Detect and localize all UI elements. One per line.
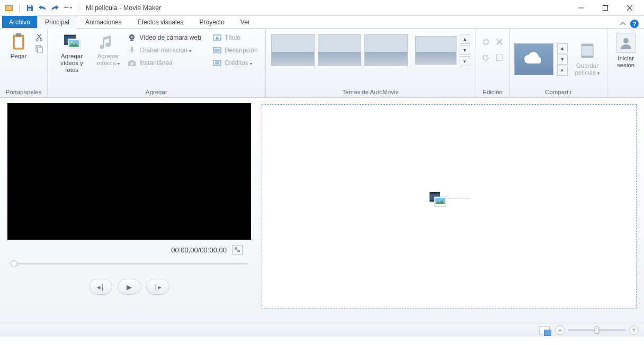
share-onedrive-button[interactable] [514, 43, 553, 75]
svg-rect-43 [582, 56, 593, 58]
theme-thumb-1[interactable] [271, 34, 315, 66]
prev-frame-button[interactable]: ◂∣ [89, 279, 112, 295]
statusbar: − + [0, 323, 644, 337]
add-media-button[interactable]: Agregar vídeos y fotos [52, 31, 92, 76]
snapshot-button: Instantánea [124, 57, 204, 69]
save-movie-icon [578, 42, 596, 60]
share-up-icon[interactable]: ▲ [557, 43, 568, 53]
play-button[interactable]: ▶ [118, 279, 141, 295]
clipboard-icon [10, 33, 28, 51]
separator [78, 3, 78, 13]
film-photo-hint-icon [429, 192, 443, 205]
view-toggle-button[interactable] [539, 326, 550, 334]
window-title: Mi película - Movie Maker [86, 4, 161, 12]
theme-thumb-4[interactable] [415, 36, 457, 65]
maximize-button[interactable] [593, 0, 618, 16]
svg-point-26 [130, 62, 133, 66]
svg-rect-2 [28, 5, 31, 7]
fullscreen-button[interactable] [232, 245, 243, 255]
save-movie-label: Guardar película [575, 62, 600, 77]
delete-icon [494, 35, 505, 49]
group-label-automovie: Temas de AutoMovie [270, 88, 471, 96]
drop-hint[interactable] [429, 192, 469, 205]
svg-point-20 [70, 41, 73, 43]
share-down-icon[interactable]: ▼ [557, 55, 568, 65]
group-label-clipboard: Portapapeles [4, 88, 43, 96]
copy-icon[interactable] [35, 44, 43, 53]
credits-lines-icon [213, 59, 221, 67]
signin-label: Iniciar sesión [617, 55, 634, 69]
share-more-icon[interactable]: ▾ [557, 66, 568, 76]
zoom-slider[interactable] [568, 329, 626, 331]
share-nav: ▲ ▼ ▾ [557, 43, 568, 76]
gallery-more-icon[interactable]: ▾ [460, 56, 470, 66]
help-icon[interactable]: ? [630, 20, 639, 28]
next-icon: ∣▸ [154, 283, 162, 291]
svg-point-44 [623, 38, 629, 43]
title-button: A Título [210, 32, 261, 43]
svg-text:A: A [216, 35, 219, 41]
zoom-thumb[interactable] [595, 326, 600, 334]
ribbon-tabs: Archivo Principal Animaciones Efectos vi… [0, 16, 644, 29]
redo-icon[interactable] [50, 3, 60, 13]
group-label-edit: Edición [480, 88, 505, 96]
add-media-label: Agregar vídeos y fotos [55, 53, 88, 74]
tab-ver[interactable]: Ver [232, 16, 258, 28]
zoom-control: − + [555, 325, 639, 335]
ribbon: Pegar Portapapeles Agregar vídeos y foto… [0, 29, 644, 98]
undo-icon[interactable] [38, 3, 47, 13]
rotate-right-icon [480, 51, 491, 65]
gallery-down-icon[interactable]: ▼ [460, 45, 470, 55]
svg-rect-10 [16, 33, 21, 37]
snapshot-label: Instantánea [139, 59, 173, 67]
collapse-ribbon-icon[interactable] [620, 21, 626, 26]
camera-icon [128, 59, 136, 67]
separator [19, 3, 20, 13]
group-automovie: ▲ ▼ ▾ Temas de AutoMovie [266, 29, 476, 97]
paste-label: Pegar [11, 53, 27, 60]
svg-rect-1 [6, 6, 12, 10]
play-icon: ▶ [127, 283, 132, 291]
svg-rect-42 [582, 44, 593, 46]
credits-button: Créditos [210, 57, 261, 69]
qat-customize-icon[interactable] [63, 3, 73, 13]
save-icon[interactable] [25, 3, 34, 13]
group-signin: Iniciar sesión [607, 29, 644, 97]
signin-button[interactable]: Iniciar sesión [612, 31, 640, 71]
video-preview [7, 103, 251, 240]
credits-label: Créditos [225, 59, 252, 67]
cloud-icon [522, 52, 545, 67]
seek-thumb[interactable] [11, 260, 17, 267]
webcam-icon [128, 33, 136, 42]
next-frame-button[interactable]: ∣▸ [146, 279, 169, 295]
drop-hint-line [448, 198, 469, 198]
tab-efectos[interactable]: Efectos visuales [130, 16, 192, 28]
svg-point-22 [131, 36, 133, 39]
zoom-in-button[interactable]: + [629, 325, 639, 335]
svg-rect-24 [131, 47, 133, 51]
svg-rect-27 [130, 60, 133, 62]
tab-proyecto[interactable]: Proyecto [191, 16, 232, 28]
tab-principal[interactable]: Principal [37, 16, 77, 29]
theme-thumb-2[interactable] [318, 34, 361, 66]
minimize-button[interactable] [569, 0, 593, 16]
zoom-out-button[interactable]: − [555, 325, 565, 335]
narration-button: Grabar narración [124, 44, 204, 56]
seek-track [13, 263, 248, 265]
theme-thumb-3[interactable] [364, 34, 408, 66]
group-add: Agregar vídeos y fotos Agregar música Ví… [48, 29, 266, 97]
close-button[interactable] [618, 0, 642, 16]
paste-button[interactable]: Pegar [4, 31, 33, 62]
gallery-up-icon[interactable]: ▲ [460, 34, 470, 44]
svg-rect-3 [28, 8, 31, 11]
seek-bar[interactable] [7, 260, 251, 267]
storyboard-pane [260, 98, 644, 323]
svg-rect-23 [130, 40, 133, 41]
tab-file[interactable]: Archivo [2, 16, 37, 28]
tab-animaciones[interactable]: Animaciones [77, 16, 130, 28]
cut-icon[interactable] [35, 33, 43, 41]
storyboard[interactable] [262, 104, 637, 308]
prev-icon: ◂∣ [97, 283, 104, 291]
webcam-button[interactable]: Vídeo de cámara web [124, 32, 204, 43]
svg-rect-16 [64, 35, 76, 37]
